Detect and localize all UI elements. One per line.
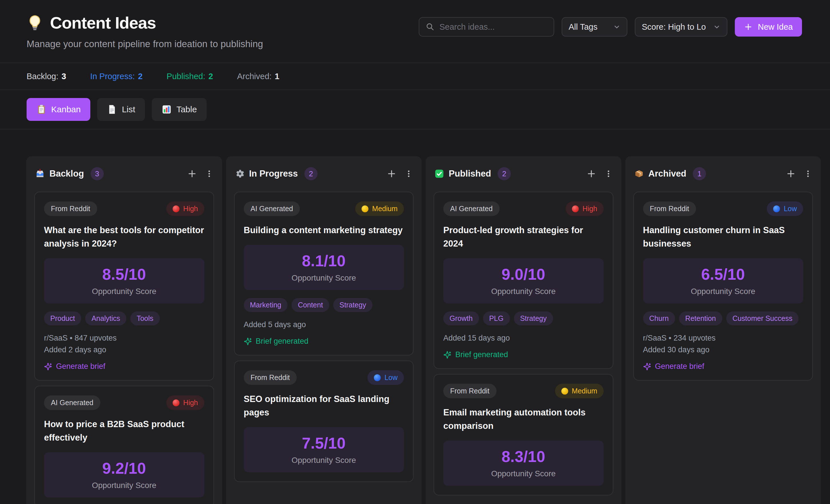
opportunity-score: 7.5/10	[247, 434, 401, 452]
view-toggle-list[interactable]: List	[97, 98, 145, 121]
priority-badge: High	[166, 396, 204, 410]
add-card-plus-icon[interactable]	[187, 169, 197, 178]
priority-label: High	[183, 399, 198, 407]
priority-dot	[773, 205, 780, 212]
idea-card[interactable]: AI Generated High Product-led growth str…	[434, 192, 613, 369]
card-title: SEO optimization for SaaS landing pages	[244, 392, 404, 419]
source-badge: From Reddit	[643, 201, 696, 216]
clipboard-icon	[36, 104, 46, 114]
tag-pill: Analytics	[85, 311, 126, 326]
stat-in-progress: In Progress: 2	[90, 72, 142, 81]
tag-pill: Strategy	[333, 298, 373, 312]
idea-card[interactable]: From Reddit Low Handling customer churn …	[633, 192, 813, 380]
search-box[interactable]	[419, 17, 554, 37]
score-label: Opportunity Score	[247, 456, 401, 465]
idea-card[interactable]: AI Generated Medium Building a content m…	[234, 192, 414, 356]
card-title: How to price a B2B SaaS product effectiv…	[44, 417, 204, 444]
score-label: Opportunity Score	[47, 481, 201, 490]
tag-pill: Retention	[679, 311, 722, 326]
idea-card[interactable]: From Reddit High What are the best tools…	[34, 192, 214, 380]
meta-line: r/SaaS • 234 upvotes	[643, 332, 803, 344]
column-title: Archived	[648, 169, 687, 179]
score-box: 8.1/10 Opportunity Score	[244, 245, 404, 290]
score-label: Opportunity Score	[646, 287, 801, 296]
column-header: Backlog 3	[34, 156, 214, 192]
score-label: Opportunity Score	[47, 287, 201, 296]
column-count-badge: 3	[91, 167, 104, 180]
source-badge: AI Generated	[244, 201, 300, 216]
column-menu-kebab-icon[interactable]	[604, 169, 613, 178]
add-card-plus-icon[interactable]	[387, 169, 396, 178]
page-subtitle: Manage your content pipeline from ideati…	[27, 39, 263, 49]
column-menu-kebab-icon[interactable]	[405, 169, 413, 178]
column-menu-kebab-icon[interactable]	[804, 169, 812, 178]
add-card-plus-icon[interactable]	[586, 169, 596, 178]
score-label: Opportunity Score	[247, 273, 401, 282]
column-in-progress: In Progress 2 AI Generated Medium Buildi…	[226, 156, 422, 504]
new-idea-button[interactable]: New Idea	[735, 17, 802, 37]
card-meta: Added 15 days ago	[443, 332, 604, 344]
priority-dot	[361, 205, 369, 212]
tag-pill: Marketing	[244, 298, 288, 312]
page-header: Content Ideas Manage your content pipeli…	[0, 0, 830, 49]
opportunity-score: 8.1/10	[247, 252, 401, 270]
meta-line: Added 5 days ago	[244, 319, 404, 331]
score-box: 7.5/10 Opportunity Score	[244, 427, 404, 472]
tag-pill: Tools	[130, 311, 159, 326]
card-title: Handling customer churn in SaaS business…	[643, 224, 803, 250]
column-menu-kebab-icon[interactable]	[205, 169, 214, 178]
gear-icon	[235, 169, 245, 179]
priority-badge: High	[566, 201, 603, 216]
tag-pill: Content	[291, 298, 329, 312]
lightbulb-icon	[27, 14, 43, 31]
opportunity-score: 6.5/10	[646, 265, 801, 283]
sparkles-icon	[244, 337, 252, 345]
meta-line: r/SaaS • 847 upvotes	[44, 332, 204, 344]
view-toggle-kanban[interactable]: Kanban	[27, 98, 90, 121]
tags-filter-dropdown[interactable]: All Tags	[562, 17, 627, 37]
package-icon	[634, 169, 644, 179]
tag-pill: Strategy	[514, 311, 553, 326]
column-count-badge: 2	[305, 167, 318, 180]
source-badge: AI Generated	[443, 201, 500, 216]
priority-badge: Low	[767, 201, 803, 216]
view-toggle-table[interactable]: Table	[152, 98, 206, 121]
idea-card[interactable]: AI Generated High How to price a B2B Saa…	[34, 386, 214, 504]
meta-line: Added 30 days ago	[643, 344, 803, 356]
kanban-board: Backlog 3 From Reddit High What are the …	[26, 156, 821, 504]
meta-line: Added 2 days ago	[44, 344, 204, 356]
idea-card[interactable]: From Reddit Low SEO optimization for Saa…	[234, 361, 414, 482]
idea-card[interactable]: From Reddit Medium Email marketing autom…	[434, 374, 613, 496]
sort-dropdown[interactable]: Score: High to Lo	[635, 17, 727, 37]
tag-pill: Customer Success	[726, 311, 799, 326]
column-header: Archived 1	[633, 156, 813, 192]
stat-label: Backlog:	[27, 72, 58, 81]
generate-brief-link[interactable]: Generate brief	[44, 362, 204, 371]
priority-label: High	[183, 205, 198, 213]
brief-generated-status: Brief generated	[443, 350, 604, 359]
action-label: Generate brief	[655, 362, 705, 371]
generate-brief-link[interactable]: Generate brief	[643, 362, 803, 371]
column-count-badge: 1	[693, 167, 706, 180]
search-input[interactable]	[439, 22, 547, 32]
tag-list: Product Analytics Tools	[44, 311, 204, 326]
stat-label: Archived:	[237, 72, 272, 81]
opportunity-score: 8.5/10	[47, 265, 201, 283]
tag-pill: Growth	[443, 311, 479, 326]
add-card-plus-icon[interactable]	[786, 169, 796, 178]
tag-list: Growth PLG Strategy	[443, 311, 604, 326]
column-title: Published	[449, 169, 491, 179]
column-header: Published 2	[434, 156, 613, 192]
priority-dot	[572, 205, 579, 212]
stats-bar: Backlog: 3 In Progress: 2 Published: 2 A…	[0, 63, 830, 90]
stat-value: 3	[61, 72, 66, 81]
priority-dot	[172, 205, 180, 212]
view-toggle-label: Kanban	[51, 105, 81, 114]
tag-pill: PLG	[483, 311, 510, 326]
priority-badge: Medium	[355, 201, 404, 216]
view-toggle-group: Kanban List Table	[0, 90, 830, 129]
priority-label: Low	[784, 205, 797, 213]
meta-line: Added 15 days ago	[443, 332, 604, 344]
priority-label: Low	[384, 373, 397, 382]
priority-dot	[374, 374, 381, 381]
